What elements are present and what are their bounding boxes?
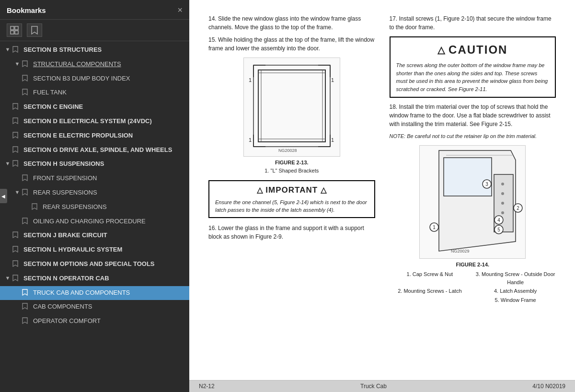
step-17: 17. Install screws (1, Figure 2-10) that…	[390, 14, 556, 32]
bookmark-icon-section-e	[12, 132, 21, 141]
document-page: 14. Slide the new window glass into the …	[189, 0, 575, 380]
step-18-text: 18. Install the trim material over the t…	[390, 103, 556, 128]
figure-214-container: 1 2 3 4	[390, 145, 556, 304]
label-structural-components: STRUCTURAL COMPONENTS	[33, 60, 185, 69]
bookmark-icon-section-g	[12, 146, 21, 155]
sidebar-toolbar	[0, 20, 189, 41]
label-front-suspension: FRONT SUSPENSION	[33, 174, 185, 183]
label-section-b3: SECTION B3 DUMP BODY INDEX	[33, 74, 185, 83]
sidebar: Bookmarks × ▼SECTION B STRUCTURES▼STRUCT…	[0, 0, 189, 392]
sidebar-item-section-l[interactable]: SECTION L HYDRAULIC SYSTEM	[0, 243, 189, 257]
sidebar-title: Bookmarks	[7, 6, 46, 14]
svg-text:3: 3	[485, 182, 488, 187]
bookmark-icon-section-h	[12, 160, 21, 169]
svg-point-37	[501, 192, 504, 195]
svg-text:NG20029: NG20029	[451, 249, 470, 254]
close-button[interactable]: ×	[177, 6, 183, 14]
sidebar-item-section-e[interactable]: SECTION E ELECTRIC PROPULSION	[0, 129, 189, 143]
svg-rect-3	[15, 31, 18, 34]
svg-text:2: 2	[517, 206, 519, 211]
sidebar-item-section-g[interactable]: SECTION G DRIVE AXLE, SPINDLE, AND WHEEL…	[0, 143, 189, 158]
figure-213-sub: 1. "L" Shaped Brackets	[208, 167, 375, 175]
bookmark-icon-cab-components	[22, 303, 31, 312]
toolbar-btn-grid[interactable]	[7, 23, 22, 37]
sidebar-item-oiling-charging[interactable]: OILING AND CHARGING PROCEDURE	[0, 215, 189, 229]
important-title: △ IMPORTANT △	[215, 184, 368, 196]
label-section-g: SECTION G DRIVE AXLE, SPINDLE, AND WHEEL…	[23, 146, 185, 154]
bookmark-icon-section-l	[12, 246, 21, 255]
sidebar-item-fuel-tank[interactable]: FUEL TANK	[0, 86, 189, 100]
label-section-m: SECTION M OPTIONS AND SPECIAL TOOLS	[23, 260, 185, 268]
figure-214-caption: FIGURE 2-14.	[390, 261, 556, 269]
bookmark-icon-oiling-charging	[22, 218, 31, 227]
step-14-text: 14. Slide the new window glass into the …	[208, 14, 375, 32]
label-section-b: SECTION B STRUCTURES	[23, 46, 185, 54]
sidebar-item-section-m[interactable]: SECTION M OPTIONS AND SPECIAL TOOLS	[0, 257, 189, 272]
bookmark-icon-section-j	[12, 231, 21, 241]
sidebar-item-section-j[interactable]: SECTION J BRAKE CIRCUIT	[0, 229, 189, 243]
label-section-l: SECTION L HYDRAULIC SYSTEM	[23, 245, 185, 254]
step-18: 18. Install the trim material over the t…	[390, 103, 556, 128]
label-section-h: SECTION H SUSPENSIONS	[23, 160, 185, 168]
svg-text:5: 5	[497, 227, 500, 232]
svg-rect-5	[253, 65, 330, 147]
footer-center: Truck Cab	[360, 383, 387, 390]
sidebar-item-front-suspension[interactable]: FRONT SUSPENSION	[0, 172, 189, 186]
expand-icon-section-h[interactable]: ▼	[3, 160, 12, 167]
bookmark-icon-fuel-tank	[22, 89, 31, 98]
footer-left: N2-12	[199, 383, 215, 390]
caution-body: The screws along the outer bottom of the…	[396, 61, 550, 93]
bookmark-icon-section-c	[12, 103, 21, 112]
document-content: 14. Slide the new window glass into the …	[208, 14, 556, 309]
bookmark-icon-structural-components	[22, 60, 31, 69]
bookmark-icon-truck-cab	[22, 289, 31, 298]
svg-text:1: 1	[249, 77, 252, 83]
sidebar-item-structural-components[interactable]: ▼STRUCTURAL COMPONENTS	[0, 58, 189, 72]
bookmark-icon-front-suspension	[22, 174, 31, 184]
sidebar-item-section-n[interactable]: ▼SECTION N OPERATOR CAB	[0, 272, 189, 286]
svg-text:1: 1	[331, 77, 334, 83]
left-column: 14. Slide the new window glass into the …	[208, 14, 375, 309]
important-triangle-right: △	[321, 184, 326, 196]
part-5: 5. Window Frame	[475, 296, 556, 304]
parts-list: 1. Cap Screw & Nut 3. Mounting Screw - O…	[390, 270, 556, 304]
collapse-sidebar-button[interactable]: ◀	[0, 189, 7, 203]
important-label: IMPORTANT	[265, 184, 318, 196]
expand-icon-rear-suspensions[interactable]: ▼	[12, 189, 22, 196]
label-rear-suspensions-sub: REAR SUSPENSIONS	[43, 203, 185, 211]
toolbar-btn-bookmark[interactable]	[27, 23, 42, 37]
sidebar-item-section-b3[interactable]: SECTION B3 DUMP BODY INDEX	[0, 72, 189, 86]
svg-text:NG20028: NG20028	[278, 148, 297, 153]
sidebar-item-section-d[interactable]: SECTION D ELECTRICAL SYSTEM (24VDC)	[0, 115, 189, 129]
sidebar-item-rear-suspensions[interactable]: ▼REAR SUSPENSIONS	[0, 186, 189, 200]
svg-point-38	[501, 202, 504, 205]
sidebar-item-operator-comfort[interactable]: OPERATOR COMFORT	[0, 314, 189, 329]
svg-text:1: 1	[433, 225, 436, 230]
caution-title: △ CAUTION	[396, 41, 550, 58]
sidebar-item-section-c[interactable]: SECTION C ENGINE	[0, 100, 189, 115]
sidebar-item-section-h[interactable]: ▼SECTION H SUSPENSIONS	[0, 157, 189, 172]
figure-213-container: 1 1 1 1	[208, 58, 375, 174]
sidebar-item-cab-components[interactable]: CAB COMPONENTS	[0, 300, 189, 314]
svg-point-36	[501, 183, 504, 185]
expand-icon-structural-components[interactable]: ▼	[12, 60, 22, 68]
caution-box: △ CAUTION The screws along the outer bot…	[390, 36, 556, 98]
sidebar-item-section-b[interactable]: ▼SECTION B STRUCTURES	[0, 43, 189, 58]
sidebar-header: Bookmarks ×	[0, 0, 189, 20]
expand-icon-section-n[interactable]: ▼	[3, 275, 12, 282]
sidebar-item-rear-suspensions-sub[interactable]: REAR SUSPENSIONS	[0, 200, 189, 215]
expand-icon-section-b[interactable]: ▼	[3, 46, 12, 53]
bookmark-icon-section-d	[12, 117, 21, 127]
important-triangle-left: △	[257, 184, 263, 196]
figure-213-image: 1 1 1 1	[243, 58, 340, 157]
label-section-c: SECTION C ENGINE	[23, 103, 185, 111]
part-1: 1. Cap Screw & Nut	[390, 270, 471, 286]
step-16-text: 16. Lower the glass in the frame and sup…	[208, 224, 375, 241]
svg-point-39	[501, 211, 504, 214]
important-text: Ensure the one channel (5, Figure 2-14) …	[215, 198, 368, 214]
label-section-j: SECTION J BRAKE CIRCUIT	[23, 231, 185, 240]
part-empty	[390, 296, 471, 304]
sidebar-item-truck-cab[interactable]: TRUCK CAB AND COMPONENTS	[0, 286, 189, 300]
svg-text:4: 4	[497, 218, 500, 223]
important-box: △ IMPORTANT △ Ensure the one channel (5,…	[208, 180, 375, 218]
